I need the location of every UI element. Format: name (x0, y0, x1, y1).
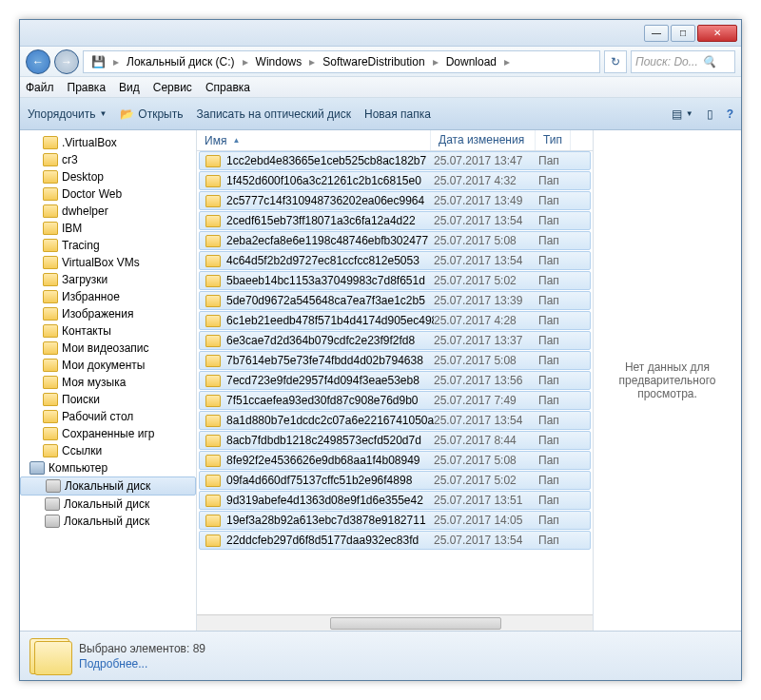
tree-folder-item[interactable]: Изображения (20, 305, 196, 322)
tree-computer[interactable]: Компьютер (20, 459, 196, 476)
folder-icon (43, 290, 58, 303)
file-row[interactable]: 22ddcfeb297d6f8d5177daa932ec83fd25.07.20… (199, 531, 591, 550)
file-row[interactable]: 7f51ccaefea93ed30fd87c908e76d9b025.07.20… (199, 391, 591, 410)
tree-item-label: Tracing (62, 239, 100, 252)
column-date[interactable]: Дата изменения (431, 130, 536, 150)
tree-folder-item[interactable]: Desktop (20, 168, 196, 185)
back-button[interactable]: ← (26, 49, 50, 74)
tree-folder-item[interactable]: Рабочий стол (20, 408, 196, 425)
file-type: Пап (538, 194, 571, 207)
file-row[interactable]: 7ecd723e9fde2957f4d094f3eae53eb825.07.20… (199, 371, 591, 390)
file-row[interactable]: 5baeeb14bc1153a37049983c7d8f651d25.07.20… (199, 271, 591, 290)
tree-item-label: IBM (62, 222, 82, 235)
column-name[interactable]: Имя▲ (197, 130, 431, 150)
breadcrumb-segment[interactable]: Windows (252, 53, 306, 70)
tree-folder-item[interactable]: Ссылки (20, 442, 196, 459)
burn-button[interactable]: Записать на оптический диск (196, 107, 351, 121)
tree-folder-item[interactable]: VirtualBox VMs (20, 254, 196, 271)
tree-folder-item[interactable]: Контакты (20, 322, 196, 340)
tree-folder-item[interactable]: Мои документы (20, 357, 196, 374)
file-date: 25.07.2017 5:02 (434, 474, 538, 487)
tree-folder-item[interactable]: Избранное (20, 288, 196, 305)
breadcrumb-drive-icon[interactable]: 💾 (88, 53, 109, 70)
menu-edit[interactable]: Правка (68, 81, 107, 94)
refresh-button[interactable]: ↻ (604, 50, 627, 73)
tree-folder-item[interactable]: Tracing (20, 237, 196, 254)
file-row[interactable]: 8acb7fdbdb1218c2498573ecfd520d7d25.07.20… (199, 431, 591, 450)
tree-folder-item[interactable]: Сохраненные игр (20, 425, 196, 442)
pane-icon: ▯ (707, 107, 713, 121)
tree-folder-item[interactable]: cr3 (20, 151, 196, 168)
folder-icon (205, 295, 221, 307)
column-type[interactable]: Тип (536, 130, 571, 150)
file-row[interactable]: 1f452d600f106a3c21261c2b1c6815e025.07.20… (199, 171, 591, 190)
file-row[interactable]: 09fa4d660df75137cffc51b2e96f489825.07.20… (199, 471, 591, 490)
scrollbar-thumb[interactable] (330, 617, 501, 630)
file-type: Пап (538, 214, 571, 227)
tree-drive-item[interactable]: Локальный диск (20, 496, 196, 513)
file-name: 6c1eb21eedb478f571b4d4174d905ec498 (226, 314, 434, 327)
file-row[interactable]: 9d319abefe4d1363d08e9f1d6e355e4225.07.20… (199, 491, 591, 510)
tree-folder-item[interactable]: Мои видеозапис (20, 340, 196, 357)
file-row[interactable]: 7b7614eb75e73fe74fbdd4d02b79463825.07.20… (199, 351, 591, 370)
file-type: Пап (538, 354, 571, 367)
chevron-icon: ▸ (502, 55, 512, 68)
file-row[interactable]: 19ef3a28b92a613ebc7d3878e918271125.07.20… (199, 511, 591, 530)
menu-view[interactable]: Вид (119, 81, 140, 94)
search-input[interactable]: Поиск: Do... 🔍 (631, 50, 735, 73)
file-row[interactable]: 8a1d880b7e1dcdc2c07a6e2216741050a25.07.2… (199, 411, 591, 430)
tree-drive-item[interactable]: Локальный диск (20, 476, 196, 496)
file-row[interactable]: 4c64d5f2b2d9727ec81ccfcc812e505325.07.20… (199, 251, 591, 270)
file-list[interactable]: 1cc2ebd4e83665e1ceb525cb8ac182b725.07.20… (197, 151, 593, 614)
breadcrumb-segment[interactable]: Download (442, 53, 500, 70)
open-button[interactable]: 📂 Открыть (120, 107, 183, 121)
minimize-button[interactable]: — (644, 25, 669, 42)
tree-folder-item[interactable]: IBM (20, 220, 196, 237)
tree-drive-item[interactable]: Локальный диск (20, 513, 196, 530)
breadcrumb-segment[interactable]: Локальный диск (C:) (123, 53, 239, 70)
computer-icon (29, 461, 45, 475)
folder-open-icon: 📂 (120, 107, 134, 121)
file-row[interactable]: 1cc2ebd4e83665e1ceb525cb8ac182b725.07.20… (199, 151, 591, 170)
file-row[interactable]: 8fe92f2e4536626e9db68aa1f4b0894925.07.20… (199, 451, 591, 470)
tree-item-label: .VirtualBox (62, 136, 117, 149)
close-button[interactable]: ✕ (697, 25, 737, 42)
tree-item-label: Doctor Web (62, 187, 122, 201)
file-row[interactable]: 2eba2ecfa8e6e1198c48746ebfb30247725.07.2… (199, 231, 591, 250)
file-row[interactable]: 2cedf615eb73ff18071a3c6fa12a4d2225.07.20… (199, 211, 591, 230)
file-name: 5baeeb14bc1153a37049983c7d8f651d (226, 274, 434, 287)
file-type: Пап (538, 534, 571, 547)
forward-button[interactable]: → (54, 49, 79, 74)
menu-help[interactable]: Справка (205, 81, 250, 94)
tree-folder-item[interactable]: Поиски (20, 391, 196, 408)
status-details-link[interactable]: Подробнее... (79, 657, 205, 671)
view-mode-button[interactable]: ▤▼ (672, 107, 693, 121)
folder-icon (43, 307, 58, 321)
folder-icon (205, 195, 221, 207)
folder-icon (205, 155, 221, 167)
help-button[interactable]: ? (727, 107, 733, 121)
tree-folder-item[interactable]: Doctor Web (20, 185, 196, 203)
file-type: Пап (538, 174, 571, 187)
tree-folder-item[interactable]: Загрузки (20, 271, 196, 288)
file-row[interactable]: 6e3cae7d2d364b079cdfc2e23f9f2fd825.07.20… (199, 331, 591, 350)
navigation-tree[interactable]: .VirtualBoxcr3DesktopDoctor WebdwhelperI… (20, 130, 197, 631)
tree-folder-item[interactable]: Моя музыка (20, 374, 196, 391)
preview-pane-button[interactable]: ▯ (707, 107, 713, 121)
new-folder-button[interactable]: Новая папка (364, 107, 431, 121)
horizontal-scrollbar[interactable] (197, 614, 593, 631)
file-row[interactable]: 5de70d9672a545648ca7ea7f3ae1c2b525.07.20… (199, 291, 591, 310)
tree-folder-item[interactable]: .VirtualBox (20, 134, 196, 151)
file-name: 7ecd723e9fde2957f4d094f3eae53eb8 (226, 374, 434, 387)
file-row[interactable]: 2c5777c14f310948736202ea06ec996425.07.20… (199, 191, 591, 210)
menu-file[interactable]: Файл (26, 81, 54, 94)
menu-tools[interactable]: Сервис (153, 81, 192, 94)
tree-item-label: Локальный диск (64, 497, 149, 511)
maximize-button[interactable]: □ (671, 25, 695, 42)
organize-button[interactable]: Упорядочить▼ (28, 107, 107, 121)
breadcrumb-segment[interactable]: SoftwareDistribution (319, 53, 428, 70)
file-name: 1cc2ebd4e83665e1ceb525cb8ac182b7 (226, 154, 434, 167)
breadcrumb[interactable]: 💾 ▸ Локальный диск (C:) ▸ Windows ▸ Soft… (83, 50, 600, 73)
file-row[interactable]: 6c1eb21eedb478f571b4d4174d905ec49825.07.… (199, 311, 591, 330)
tree-folder-item[interactable]: dwhelper (20, 203, 196, 220)
